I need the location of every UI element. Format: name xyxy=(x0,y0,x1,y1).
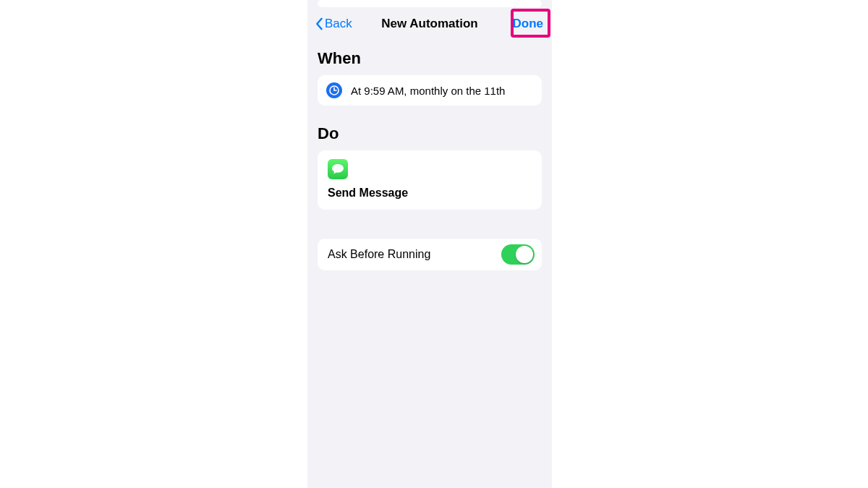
chevron-left-icon xyxy=(315,17,323,30)
toggle-knob xyxy=(516,246,533,263)
trigger-card[interactable]: At 9:59 AM, monthly on the 11th xyxy=(318,75,542,106)
ask-before-running-label: Ask Before Running xyxy=(328,248,430,261)
do-section-header: Do xyxy=(318,124,542,143)
modal-sheet-grip xyxy=(307,0,552,10)
when-section-header: When xyxy=(318,49,542,68)
clock-icon xyxy=(326,82,342,98)
back-button[interactable]: Back xyxy=(312,15,355,33)
ask-before-running-row: Ask Before Running xyxy=(318,239,542,270)
action-card[interactable]: Send Message xyxy=(318,150,542,210)
ask-before-running-toggle[interactable] xyxy=(501,244,535,265)
navigation-bar: Back New Automation Done xyxy=(307,10,552,38)
content-area: When At 9:59 AM, monthly on the 11th Do … xyxy=(307,42,552,488)
action-title: Send Message xyxy=(328,187,532,200)
messages-app-icon xyxy=(328,159,348,179)
trigger-description: At 9:59 AM, monthly on the 11th xyxy=(351,85,505,97)
phone-screen: Back New Automation Done When At 9:59 AM… xyxy=(307,0,552,488)
back-label: Back xyxy=(325,17,352,31)
done-button[interactable]: Done xyxy=(509,14,548,34)
